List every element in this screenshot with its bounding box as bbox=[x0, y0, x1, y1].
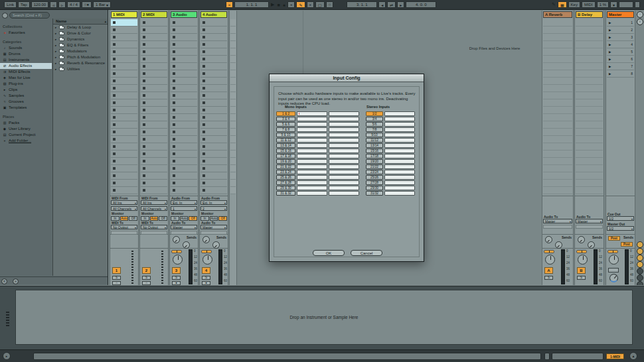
track-header[interactable]: 3 Audio bbox=[171, 11, 197, 18]
clip-slot[interactable] bbox=[141, 99, 167, 107]
return-slot[interactable] bbox=[576, 121, 603, 129]
mono-name-field[interactable] bbox=[329, 186, 359, 190]
clip-stop-button[interactable] bbox=[202, 101, 205, 104]
return-slot[interactable] bbox=[576, 151, 603, 158]
clip-slot[interactable] bbox=[171, 99, 197, 107]
track-header[interactable]: 2 MIDI bbox=[141, 11, 167, 18]
clip-stop-button[interactable] bbox=[113, 72, 116, 75]
scene-slot[interactable]: ▶7 bbox=[607, 63, 634, 70]
clip-stop-button[interactable] bbox=[143, 189, 145, 192]
clip-slot[interactable] bbox=[111, 85, 137, 92]
return-slot[interactable] bbox=[576, 85, 603, 92]
mono-pair-button[interactable]: 19 & 20 bbox=[276, 159, 295, 164]
dialog-title[interactable]: Input Config bbox=[270, 74, 424, 82]
return-slot[interactable] bbox=[543, 92, 572, 99]
clip-slot[interactable] bbox=[171, 151, 197, 158]
browser-folder-row[interactable]: ▸Delay & Loop bbox=[53, 25, 108, 30]
stop-button[interactable]: ■ bbox=[276, 3, 280, 7]
clip-slot[interactable] bbox=[171, 85, 197, 92]
clip-stop-button[interactable] bbox=[202, 123, 205, 126]
io-to-select[interactable]: Master▾ bbox=[576, 219, 603, 223]
clip-stop-button[interactable] bbox=[173, 145, 175, 148]
clip-slot[interactable] bbox=[141, 92, 167, 99]
clip-stop-button[interactable] bbox=[113, 87, 116, 90]
mono-name-field[interactable] bbox=[297, 117, 327, 121]
mono-name-field[interactable] bbox=[329, 127, 359, 132]
mono-name-field[interactable] bbox=[329, 170, 359, 174]
draw-pencil-icon[interactable]: ✎ bbox=[551, 2, 556, 7]
clip-slot[interactable] bbox=[111, 70, 137, 78]
clip-slot[interactable] bbox=[201, 85, 227, 92]
clip-slot[interactable] bbox=[111, 165, 137, 172]
clip-stop-button[interactable] bbox=[173, 43, 175, 46]
clip-slot[interactable] bbox=[111, 92, 137, 99]
track-header[interactable]: 1 MIDI bbox=[111, 11, 137, 18]
send-knob-b[interactable] bbox=[183, 241, 190, 249]
browser-folder-row[interactable]: ▸EQ & Filters bbox=[53, 42, 108, 48]
return-slot[interactable] bbox=[576, 136, 603, 143]
clip-slot[interactable] bbox=[171, 187, 197, 194]
clip-stop-button[interactable] bbox=[173, 131, 175, 133]
stereo-name-field[interactable] bbox=[384, 111, 415, 116]
clip-slot[interactable] bbox=[171, 121, 197, 129]
track-activator[interactable]: 1 bbox=[112, 267, 121, 274]
clip-slot[interactable] bbox=[201, 99, 227, 107]
return-slot[interactable] bbox=[576, 158, 603, 165]
monitor-option-in[interactable]: In bbox=[111, 216, 120, 221]
clip-stop-button[interactable] bbox=[113, 174, 116, 177]
scene-launch-icon[interactable]: ▶ bbox=[609, 48, 611, 56]
mixer-section-toggle-returns[interactable] bbox=[637, 255, 643, 261]
stereo-pair-button[interactable]: 5/6 bbox=[366, 122, 383, 127]
volume-fader[interactable] bbox=[576, 250, 587, 253]
clip-stop-button[interactable] bbox=[202, 43, 205, 46]
scene-launch-icon[interactable]: ▶ bbox=[609, 56, 611, 63]
stereo-name-field[interactable] bbox=[384, 133, 415, 137]
clip-stop-button[interactable] bbox=[202, 152, 205, 155]
return-slot[interactable] bbox=[576, 78, 603, 85]
clip-slot[interactable] bbox=[171, 41, 197, 48]
pan-knob[interactable] bbox=[609, 255, 619, 265]
clip-slot[interactable] bbox=[141, 143, 167, 151]
browser-folder-row[interactable]: ▸Modulators bbox=[53, 48, 108, 54]
notification-icon[interactable]: ▲ bbox=[629, 352, 637, 360]
sidebar-item-drums[interactable]: ▦Drums bbox=[0, 51, 52, 57]
clip-slot[interactable] bbox=[171, 78, 197, 85]
return-slot[interactable] bbox=[576, 180, 603, 187]
clip-stop-button[interactable] bbox=[202, 50, 205, 53]
clip-stop-button[interactable] bbox=[173, 109, 175, 111]
mono-name-field[interactable] bbox=[329, 191, 359, 196]
clip-stop-button[interactable] bbox=[173, 152, 175, 155]
clip-slot[interactable] bbox=[111, 180, 137, 187]
return-slot[interactable] bbox=[543, 187, 572, 194]
sidebar-item-current-project[interactable]: ▤Current Project bbox=[0, 132, 52, 138]
return-slot[interactable] bbox=[543, 85, 572, 92]
mono-name-field[interactable] bbox=[297, 186, 327, 190]
browser-name-header[interactable]: Name ▴ bbox=[53, 19, 108, 25]
return-slot[interactable] bbox=[543, 56, 572, 63]
mono-name-field[interactable] bbox=[329, 122, 359, 127]
clip-slot[interactable] bbox=[141, 114, 167, 121]
mono-pair-button[interactable]: 31 & 32 bbox=[276, 191, 295, 196]
nudge-down-icon[interactable]: ◃ bbox=[50, 1, 57, 8]
clip-slot[interactable] bbox=[201, 56, 227, 63]
clip-stop-button[interactable] bbox=[143, 36, 145, 38]
mono-name-field[interactable] bbox=[297, 133, 327, 137]
return-slot[interactable] bbox=[543, 129, 572, 136]
mono-name-field[interactable] bbox=[329, 164, 359, 169]
mono-name-field[interactable] bbox=[297, 149, 327, 153]
clip-slot[interactable] bbox=[141, 70, 167, 78]
clip-stop-button[interactable] bbox=[202, 94, 205, 97]
chevron-down-icon[interactable]: ▾ bbox=[610, 1, 617, 8]
clip-stop-button[interactable] bbox=[173, 80, 175, 82]
mono-pair-button[interactable]: 3 & 4 bbox=[276, 117, 295, 121]
stereo-pair-button[interactable]: 31/32 bbox=[366, 191, 383, 196]
mono-pair-button[interactable]: 13 & 14 bbox=[276, 143, 295, 148]
mono-name-field[interactable] bbox=[329, 117, 359, 121]
clip-stop-button[interactable] bbox=[202, 87, 205, 90]
clip-slot[interactable] bbox=[111, 158, 137, 165]
play-button[interactable]: ▶ bbox=[270, 2, 275, 7]
clip-slot[interactable] bbox=[201, 78, 227, 85]
return-header[interactable]: A Reverb bbox=[543, 11, 572, 18]
clip-stop-button[interactable] bbox=[113, 116, 116, 119]
sidebar-item-instruments[interactable]: ▤Instruments bbox=[0, 57, 52, 63]
